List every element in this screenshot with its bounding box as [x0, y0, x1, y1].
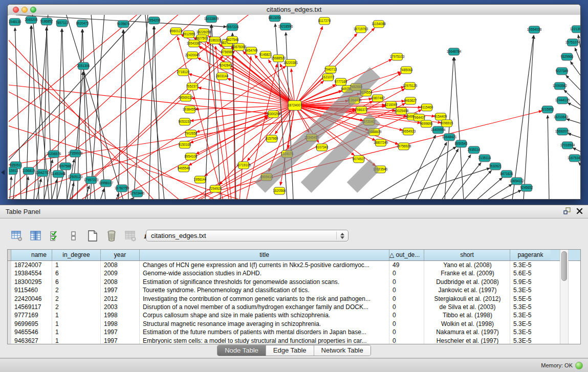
cell-in_degree[interactable]: 1: [52, 328, 100, 336]
column-header-name[interactable]: name: [11, 250, 52, 260]
cell-short[interactable]: de Silva et al. (2003): [424, 303, 510, 311]
network-table-selector[interactable]: citations_edges.txt: [146, 230, 349, 242]
cell-year[interactable]: 1998: [100, 320, 139, 328]
cell-in_degree[interactable]: 2: [52, 303, 100, 311]
cell-out_degree[interactable]: 0: [389, 295, 424, 303]
cell-name[interactable]: 19384554: [11, 269, 52, 277]
clear-selection-icon[interactable]: [67, 229, 80, 243]
table-panel-titlebar[interactable]: Table Panel: [0, 205, 588, 218]
cell-title[interactable]: Estimation of the future numbers of pati…: [139, 328, 389, 336]
new-table-icon[interactable]: [86, 229, 99, 243]
cell-in_degree[interactable]: 6: [52, 278, 100, 286]
cell-short[interactable]: Nakamura et al. (1997): [424, 328, 510, 336]
select-all-icon[interactable]: [48, 229, 61, 243]
table-row[interactable]: 911546021997Tourette syndrome. Phenomeno…: [8, 286, 580, 294]
cell-pagerank[interactable]: 5.9E-5: [510, 278, 551, 286]
table-scrollbar[interactable]: [560, 250, 569, 344]
tab-node-table[interactable]: Node Table: [217, 345, 266, 356]
cell-out_degree[interactable]: 0: [389, 320, 424, 328]
cell-pagerank[interactable]: 5.3E-5: [510, 286, 551, 294]
cell-short[interactable]: Dudbridge et al. (2008): [424, 278, 510, 286]
column-header-out_degree[interactable]: △ out_de...: [389, 250, 424, 260]
cell-in_degree[interactable]: 1: [52, 261, 100, 269]
cell-short[interactable]: Hescheler et al. (1997): [424, 337, 510, 344]
delete-table-icon[interactable]: [124, 229, 137, 243]
cell-short[interactable]: Jankovic et al. (1997): [424, 286, 510, 294]
column-header-title[interactable]: title: [139, 250, 389, 260]
resize-grip-icon[interactable]: [9, 15, 580, 199]
column-header-pagerank[interactable]: pagerank: [510, 250, 551, 260]
cell-year[interactable]: 2003: [100, 303, 139, 311]
cell-pagerank[interactable]: 5.6E-5: [510, 269, 551, 277]
table-row[interactable]: 1872400712008Changes of HCN gene express…: [8, 261, 580, 269]
close-panel-icon[interactable]: [576, 208, 583, 214]
cell-out_degree[interactable]: 49: [389, 261, 424, 269]
cell-short[interactable]: Franke et al. (2009): [424, 269, 510, 277]
column-header-year[interactable]: year: [100, 250, 139, 260]
network-window-titlebar[interactable]: citations_edges.txt: [8, 5, 580, 15]
cell-year[interactable]: 1998: [100, 311, 139, 319]
tab-edge-table[interactable]: Edge Table: [266, 345, 314, 356]
table-row[interactable]: 946554611997Estimation of the future num…: [8, 328, 580, 336]
cell-pagerank[interactable]: 5.3E-5: [510, 303, 551, 311]
cell-name[interactable]: 18300295: [11, 278, 52, 286]
cell-title[interactable]: Tourette syndrome. Phenomenology and cla…: [139, 286, 389, 294]
cell-title[interactable]: Estimation of significance thresholds fo…: [139, 278, 389, 286]
cell-name[interactable]: 9699695: [11, 320, 52, 328]
column-header-short[interactable]: short: [424, 250, 510, 260]
cell-short[interactable]: Yano et al. (2008): [424, 261, 510, 269]
cell-name[interactable]: 9463627: [11, 337, 52, 344]
network-canvas[interactable]: 1872400789601238912955182260589827503165…: [9, 15, 580, 199]
node-attribute-table[interactable]: namein_degreeyeartitle△ out_de...shortpa…: [7, 249, 581, 344]
cell-title[interactable]: Corpus callosum shape and size in male p…: [139, 311, 389, 319]
cell-name[interactable]: 22420046: [11, 295, 52, 303]
show-column-icon[interactable]: [29, 229, 42, 243]
cell-pagerank[interactable]: 5.3E-5: [510, 261, 551, 269]
cell-in_degree[interactable]: 2: [52, 286, 100, 294]
cell-title[interactable]: Disruption of a novel member of a sodium…: [139, 303, 389, 311]
tab-network-table[interactable]: Network Table: [314, 345, 371, 356]
table-row[interactable]: 977716911998Corpus callosum shape and si…: [8, 311, 580, 319]
cell-title[interactable]: Structural magnetic resonance image aver…: [139, 320, 389, 328]
cell-short[interactable]: Tibbo et al. (1998): [424, 311, 510, 319]
table-row[interactable]: 946362711997Embryonic stem cells: a mode…: [8, 337, 580, 344]
cell-pagerank[interactable]: 5.5E-5: [510, 295, 551, 303]
cell-pagerank[interactable]: 5.3E-5: [510, 311, 551, 319]
table-row[interactable]: 1938455462009Genome-wide association stu…: [8, 269, 580, 277]
cell-year[interactable]: 1997: [100, 286, 139, 294]
network-window[interactable]: citations_edges.txt 18724007896012389129…: [7, 4, 581, 200]
cell-year[interactable]: 2008: [100, 278, 139, 286]
cell-year[interactable]: 1997: [100, 328, 139, 336]
cell-name[interactable]: 18724007: [11, 261, 52, 269]
cell-out_degree[interactable]: 0: [389, 337, 424, 344]
cell-out_degree[interactable]: 0: [389, 278, 424, 286]
cell-out_degree[interactable]: 0: [389, 286, 424, 294]
cell-year[interactable]: 2009: [100, 269, 139, 277]
collapse-panel-arrow-icon[interactable]: [1, 170, 5, 175]
cell-title[interactable]: Genome-wide association studies in ADHD.: [139, 269, 389, 277]
cell-pagerank[interactable]: 5.3E-5: [510, 337, 551, 344]
table-row[interactable]: 2242004622012Investigating the contribut…: [8, 295, 580, 303]
cell-title[interactable]: Embryonic stem cells: a model to study s…: [139, 337, 389, 344]
cell-short[interactable]: Stergiakouli et al. (2012): [424, 295, 510, 303]
cell-out_degree[interactable]: 0: [389, 269, 424, 277]
cell-out_degree[interactable]: 0: [389, 328, 424, 336]
cell-name[interactable]: 9465546: [11, 328, 52, 336]
cell-in_degree[interactable]: 6: [52, 269, 100, 277]
cell-year[interactable]: 2008: [100, 261, 139, 269]
table-row[interactable]: 1830029562008Estimation of significance …: [8, 278, 580, 286]
delete-rows-icon[interactable]: [105, 229, 118, 243]
cell-year[interactable]: 2012: [100, 295, 139, 303]
cell-in_degree[interactable]: 1: [52, 320, 100, 328]
cell-in_degree[interactable]: 1: [52, 311, 100, 319]
cell-name[interactable]: 9115460: [11, 286, 52, 294]
cell-year[interactable]: 1997: [100, 337, 139, 344]
table-scrollbar-thumb[interactable]: [561, 251, 567, 281]
cell-in_degree[interactable]: 1: [52, 337, 100, 344]
cell-pagerank[interactable]: 5.3E-5: [510, 328, 551, 336]
cell-name[interactable]: 9777169: [11, 311, 52, 319]
cell-in_degree[interactable]: 2: [52, 295, 100, 303]
cell-title[interactable]: Investigating the contribution of common…: [139, 295, 389, 303]
table-row[interactable]: 969969511998Structural magnetic resonanc…: [8, 320, 580, 328]
column-header-in_degree[interactable]: in_degree: [52, 250, 100, 260]
